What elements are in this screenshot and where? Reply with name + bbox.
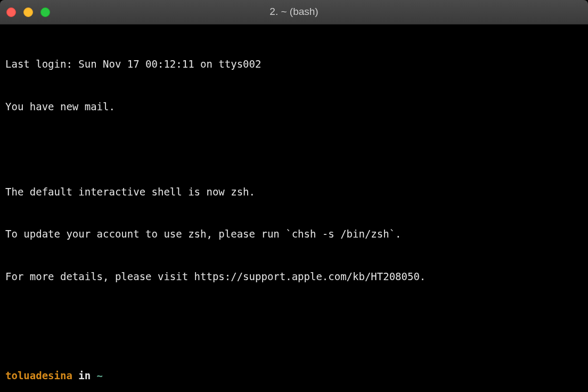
fullscreen-icon[interactable]: [40, 7, 50, 17]
traffic-lights: [6, 7, 50, 17]
minimize-icon[interactable]: [23, 7, 33, 17]
terminal-body[interactable]: Last login: Sun Nov 17 00:12:11 on ttys0…: [0, 24, 588, 392]
close-icon[interactable]: [6, 7, 16, 17]
motd-zsh-2: To update your account to use zsh, pleas…: [5, 227, 583, 241]
motd-zsh-3: For more details, please visit https://s…: [5, 270, 583, 284]
prompt-in: in: [72, 370, 97, 381]
motd-last-login: Last login: Sun Nov 17 00:12:11 on ttys0…: [5, 57, 583, 71]
terminal-window: 2. ~ (bash) Last login: Sun Nov 17 00:12…: [0, 0, 588, 392]
motd-zsh-1: The default interactive shell is now zsh…: [5, 185, 583, 199]
prompt-user: toluadesina: [5, 370, 72, 381]
window-title: 2. ~ (bash): [270, 5, 318, 19]
blank-line: [5, 312, 583, 326]
blank-line: [5, 142, 583, 157]
titlebar: 2. ~ (bash): [0, 0, 588, 24]
prompt-line-1: toluadesina in ~: [5, 369, 583, 383]
prompt-path: ~: [97, 370, 103, 381]
motd-mail: You have new mail.: [5, 100, 583, 114]
